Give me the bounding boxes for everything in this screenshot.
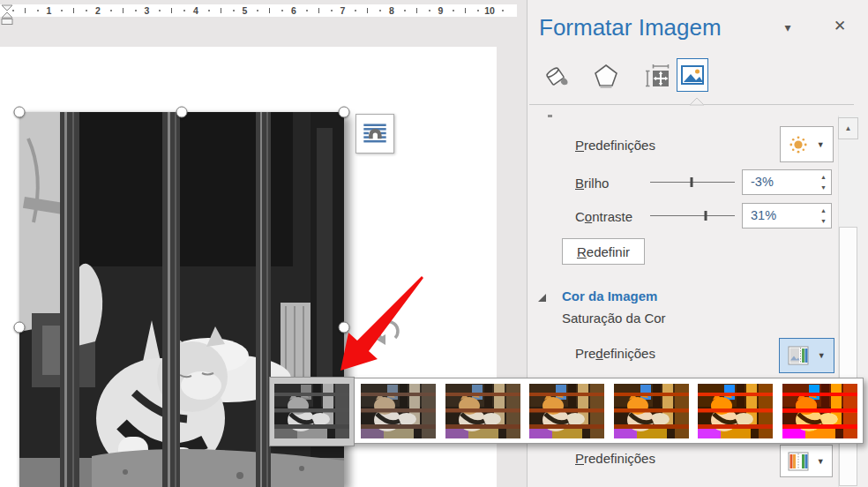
tone-presets-dropdown[interactable]: ▼ <box>780 445 833 477</box>
saturation-presets-label: Predefinições <box>575 346 655 361</box>
color-tone-presets-icon <box>788 452 809 471</box>
layout-options-button[interactable] <box>355 114 394 154</box>
saturation-preview-thumbnail <box>698 384 773 438</box>
chevron-down-icon[interactable]: ▾ <box>778 18 797 37</box>
section-collapse-triangle-icon[interactable] <box>538 294 546 302</box>
selection-handle-top-left[interactable] <box>14 107 26 118</box>
saturation-preview-thumbnail <box>274 384 349 438</box>
panel-title: Formatar Imagem <box>539 14 722 41</box>
scrolled-content-remnant <box>548 115 552 117</box>
spinner-down-icon[interactable]: ▼ <box>820 184 827 191</box>
close-icon[interactable]: ✕ <box>829 16 850 37</box>
saturation-preview-thumbnail <box>445 384 520 438</box>
selection-handle-middle-left[interactable] <box>14 322 26 333</box>
saturation-presets-gallery <box>269 378 864 444</box>
indent-markers[interactable] <box>1 4 14 26</box>
effects-icon <box>593 63 619 89</box>
brightness-value-field[interactable]: -3% ▲ ▼ <box>742 169 832 195</box>
selection-handle-middle-right[interactable] <box>339 322 350 333</box>
gallery-selected-item[interactable] <box>269 377 355 446</box>
fill-line-icon <box>542 64 571 88</box>
selection-handle-top-right[interactable] <box>339 107 350 118</box>
reset-button-label: Redefinir <box>577 244 630 259</box>
tab-layout-properties[interactable] <box>642 60 674 92</box>
gallery-item-saturation-66[interactable] <box>445 384 520 438</box>
spinner-up-icon[interactable]: ▲ <box>820 207 827 214</box>
panel-scrollbar-thumb[interactable] <box>839 227 857 486</box>
layout-properties-icon <box>645 63 671 89</box>
brightness-value: -3% <box>751 175 774 189</box>
gallery-item-saturation-200[interactable] <box>698 384 773 438</box>
rotate-handle-icon[interactable] <box>374 318 404 348</box>
active-tab-caret <box>689 97 705 106</box>
contrast-label: Contraste <box>575 209 632 224</box>
saturation-presets-dropdown[interactable]: ▼ <box>779 338 834 373</box>
ruler-marks: 12345678910 <box>0 4 517 17</box>
picture-color-section-header[interactable]: Cor da Imagem <box>562 288 657 303</box>
contrast-slider-thumb[interactable] <box>704 211 707 221</box>
contrast-value-field[interactable]: 31% ▲ ▼ <box>742 203 832 229</box>
gallery-item-saturation-33[interactable] <box>361 384 436 438</box>
corrections-presets-dropdown[interactable]: ▼ <box>780 126 834 162</box>
selection-handle-top-center[interactable] <box>176 107 188 118</box>
tab-picture[interactable] <box>677 58 708 92</box>
dropdown-arrow-icon: ▼ <box>817 457 825 466</box>
saturation-preview-thumbnail <box>361 384 436 438</box>
reset-button[interactable]: Redefinir <box>562 238 645 265</box>
tab-fill-line[interactable] <box>541 60 572 92</box>
spinner-up-icon[interactable]: ▲ <box>820 174 827 180</box>
brightness-slider[interactable] <box>650 177 735 188</box>
tone-presets-label: Predefinições <box>575 451 655 466</box>
dropdown-arrow-icon: ▼ <box>817 140 825 149</box>
gallery-item-saturation-133[interactable] <box>614 384 689 438</box>
spinner-down-icon[interactable]: ▼ <box>820 218 827 224</box>
scrollbar-up-button[interactable]: ▲ <box>838 117 858 139</box>
saturation-presets-icon <box>788 346 809 365</box>
gallery-selected-slot <box>274 384 349 438</box>
contrast-value: 31% <box>751 208 776 222</box>
gallery-items-row <box>361 384 857 438</box>
square-wrap-layout-icon <box>362 121 388 147</box>
brightness-slider-thumb[interactable] <box>690 177 692 187</box>
gallery-item-saturation-100[interactable] <box>529 384 604 438</box>
contrast-slider[interactable] <box>650 211 735 221</box>
horizontal-ruler[interactable]: 12345678910 <box>0 4 517 17</box>
word-window: 12345678910 <box>0 0 868 487</box>
brightness-label: Brilho <box>575 176 609 191</box>
picture-icon <box>679 62 706 88</box>
saturation-label: Saturação da Cor <box>562 311 666 326</box>
saturation-preview-thumbnail <box>529 384 604 438</box>
sun-brightness-icon <box>789 135 808 154</box>
dropdown-arrow-icon: ▼ <box>818 351 826 360</box>
corrections-presets-label: Predefinições <box>575 138 655 153</box>
tab-effects[interactable] <box>590 60 622 92</box>
saturation-preview-thumbnail <box>782 384 857 438</box>
saturation-preview-thumbnail <box>614 384 689 438</box>
gallery-item-saturation-400[interactable] <box>782 384 857 438</box>
